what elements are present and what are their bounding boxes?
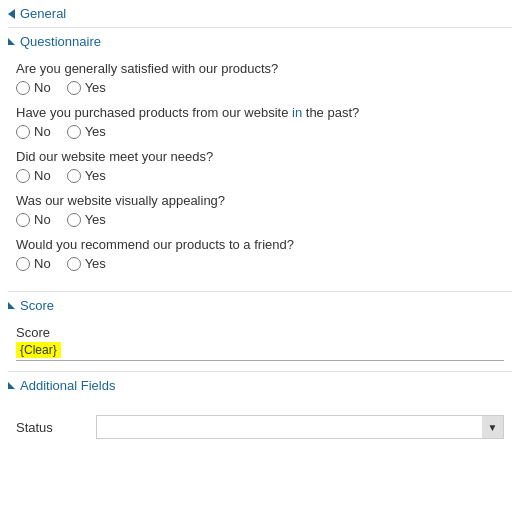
question-2-text: Have you purchased products from our web… — [16, 105, 504, 120]
question-2-radio-group: No Yes — [16, 124, 504, 139]
question-4-no-label: No — [34, 212, 51, 227]
general-section-header[interactable]: General — [0, 0, 520, 27]
general-triangle-icon — [8, 9, 15, 19]
score-content: Score {Clear} — [0, 319, 520, 371]
question-5-yes-option[interactable]: Yes — [67, 256, 106, 271]
question-2-yes-label: Yes — [85, 124, 106, 139]
score-triangle-icon — [8, 302, 15, 309]
question-3-text: Did our website meet your needs? — [16, 149, 504, 164]
score-input-wrapper: {Clear} — [16, 342, 504, 361]
additional-fields-section-header[interactable]: Additional Fields — [0, 372, 520, 399]
question-4-yes-option[interactable]: Yes — [67, 212, 106, 227]
question-1-text: Are you generally satisfied with our pro… — [16, 61, 504, 76]
question-3-no-radio[interactable] — [16, 169, 30, 183]
question-3-block: Did our website meet your needs? No Yes — [16, 149, 504, 183]
question-4-yes-label: Yes — [85, 212, 106, 227]
question-4-radio-group: No Yes — [16, 212, 504, 227]
questionnaire-content: Are you generally satisfied with our pro… — [0, 55, 520, 291]
questionnaire-triangle-icon — [8, 38, 15, 45]
question-3-yes-radio[interactable] — [67, 169, 81, 183]
question-1-no-option[interactable]: No — [16, 80, 51, 95]
question-5-no-radio[interactable] — [16, 257, 30, 271]
question-5-yes-label: Yes — [85, 256, 106, 271]
question-3-yes-option[interactable]: Yes — [67, 168, 106, 183]
score-section: Score Score {Clear} — [0, 292, 520, 371]
question-2-yes-radio[interactable] — [67, 125, 81, 139]
question-1-radio-group: No Yes — [16, 80, 504, 95]
questionnaire-section: Questionnaire Are you generally satisfie… — [0, 28, 520, 291]
question-3-no-label: No — [34, 168, 51, 183]
question-3-radio-group: No Yes — [16, 168, 504, 183]
question-1-block: Are you generally satisfied with our pro… — [16, 61, 504, 95]
question-2-highlight: in — [292, 105, 302, 120]
questionnaire-section-header[interactable]: Questionnaire — [0, 28, 520, 55]
question-4-no-option[interactable]: No — [16, 212, 51, 227]
question-5-block: Would you recommend our products to a fr… — [16, 237, 504, 271]
question-4-block: Was our website visually appealing? No Y… — [16, 193, 504, 227]
question-5-radio-group: No Yes — [16, 256, 504, 271]
question-4-yes-radio[interactable] — [67, 213, 81, 227]
additional-fields-triangle-icon — [8, 382, 15, 389]
question-1-no-label: No — [34, 80, 51, 95]
question-2-block: Have you purchased products from our web… — [16, 105, 504, 139]
score-field-value[interactable]: {Clear} — [16, 342, 61, 358]
additional-fields-section: Additional Fields Status ▼ — [0, 372, 520, 449]
question-1-yes-option[interactable]: Yes — [67, 80, 106, 95]
question-1-no-radio[interactable] — [16, 81, 30, 95]
score-label: Score — [20, 298, 54, 313]
question-2-no-label: No — [34, 124, 51, 139]
question-5-text: Would you recommend our products to a fr… — [16, 237, 504, 252]
question-4-text: Was our website visually appealing? — [16, 193, 504, 208]
questionnaire-label: Questionnaire — [20, 34, 101, 49]
question-4-no-radio[interactable] — [16, 213, 30, 227]
status-field-row: Status ▼ — [16, 415, 504, 439]
additional-fields-label: Additional Fields — [20, 378, 115, 393]
question-5-yes-radio[interactable] — [67, 257, 81, 271]
question-1-yes-label: Yes — [85, 80, 106, 95]
status-select-wrapper: ▼ — [96, 415, 504, 439]
status-field-label: Status — [16, 420, 96, 435]
score-field-label: Score — [16, 325, 504, 340]
general-section: General — [0, 0, 520, 27]
score-section-header[interactable]: Score — [0, 292, 520, 319]
question-5-no-option[interactable]: No — [16, 256, 51, 271]
general-label: General — [20, 6, 66, 21]
question-2-no-option[interactable]: No — [16, 124, 51, 139]
status-select[interactable] — [96, 415, 504, 439]
question-3-no-option[interactable]: No — [16, 168, 51, 183]
additional-fields-content: Status ▼ — [0, 399, 520, 449]
question-5-no-label: No — [34, 256, 51, 271]
question-2-no-radio[interactable] — [16, 125, 30, 139]
question-3-yes-label: Yes — [85, 168, 106, 183]
question-2-yes-option[interactable]: Yes — [67, 124, 106, 139]
question-1-yes-radio[interactable] — [67, 81, 81, 95]
